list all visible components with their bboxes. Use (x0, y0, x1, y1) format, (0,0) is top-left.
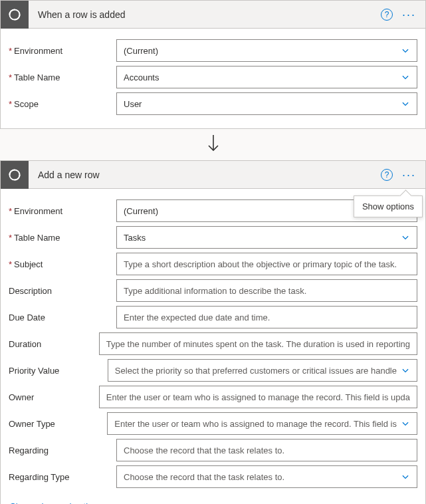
tablename-select[interactable]: Accounts (116, 66, 417, 88)
regardingtype-placeholder: Choose the record that the task relates … (124, 472, 397, 482)
flow-connector-region (0, 129, 426, 160)
regarding-label: Regarding (9, 445, 116, 455)
chevron-down-icon (401, 366, 410, 375)
duedate-placeholder: Enter the expected due date and time. (124, 313, 410, 322)
description-label: Description (9, 286, 116, 296)
trigger-title: When a row is added (29, 9, 381, 20)
description-placeholder: Type additional information to describe … (124, 286, 410, 296)
tablename-value: Accounts (124, 72, 397, 82)
ownertype-placeholder: Enter the user or team who is assigned t… (114, 419, 397, 429)
regarding-placeholder: Choose the record that the task relates … (124, 445, 410, 455)
tablename-label: *Table Name (9, 72, 116, 82)
action-card-header[interactable]: Add a new row ? ··· (1, 161, 425, 189)
dataverse-connector-icon (1, 161, 29, 189)
environment-label: *Environment (9, 206, 116, 216)
show-advanced-options-link[interactable]: Show advanced options (9, 492, 417, 504)
subject-label: *Subject (9, 259, 116, 269)
owner-input[interactable]: Enter the user or team who is assigned t… (99, 386, 417, 408)
chevron-down-icon (401, 233, 410, 242)
subject-placeholder: Type a short description about the objec… (124, 259, 410, 269)
priority-placeholder: Select the priority so that preferred cu… (115, 366, 397, 376)
chevron-down-icon (401, 72, 410, 82)
environment-value: (Current) (124, 46, 397, 56)
scope-value: User (124, 99, 397, 109)
regarding-input[interactable]: Choose the record that the task relates … (116, 439, 417, 461)
description-input[interactable]: Type additional information to describe … (116, 279, 417, 302)
duedate-label: Due Date (9, 313, 116, 322)
duration-label: Duration (9, 339, 99, 349)
scope-select[interactable]: User (116, 92, 417, 115)
dataverse-connector-icon (1, 1, 29, 29)
help-icon[interactable]: ? (381, 9, 393, 21)
owner-placeholder: Enter the user or team who is assigned t… (106, 392, 410, 402)
tablename-label: *Table Name (9, 233, 116, 243)
trigger-card-header[interactable]: When a row is added ? ··· (1, 1, 425, 29)
ownertype-select[interactable]: Enter the user or team who is assigned t… (107, 412, 417, 435)
environment-label: *Environment (9, 46, 116, 56)
tablename-select[interactable]: Tasks (116, 226, 417, 249)
show-options-tooltip: Show options (354, 195, 423, 217)
regardingtype-select[interactable]: Choose the record that the task relates … (116, 465, 417, 488)
more-options-button[interactable]: ··· (399, 169, 419, 181)
action-title: Add a new row (29, 170, 381, 180)
help-icon[interactable]: ? (381, 169, 393, 181)
regardingtype-label: Regarding Type (9, 472, 116, 482)
trigger-card: When a row is added ? ··· *Environment (… (0, 0, 426, 129)
scope-label: *Scope (9, 99, 116, 109)
tablename-value: Tasks (124, 233, 397, 243)
ownertype-label: Owner Type (9, 419, 107, 429)
chevron-down-icon (401, 419, 410, 428)
chevron-down-icon (401, 99, 410, 108)
chevron-down-icon (401, 472, 410, 481)
more-options-button[interactable]: ··· (399, 9, 419, 21)
duration-placeholder: Type the number of minutes spent on the … (106, 339, 410, 349)
priority-label: Priority Value (9, 366, 108, 376)
duration-input[interactable]: Type the number of minutes spent on the … (99, 332, 417, 355)
owner-label: Owner (9, 392, 99, 402)
duedate-input[interactable]: Enter the expected due date and time. (116, 306, 417, 328)
subject-input[interactable]: Type a short description about the objec… (116, 253, 417, 275)
action-card: Add a new row ? ··· Show options *Enviro… (0, 160, 426, 504)
show-advanced-options-label: Show advanced options (10, 501, 102, 504)
chevron-down-icon (401, 46, 410, 55)
environment-select[interactable]: (Current) (116, 39, 417, 62)
priority-select[interactable]: Select the priority so that preferred cu… (108, 359, 417, 382)
arrow-down-icon (205, 134, 222, 156)
